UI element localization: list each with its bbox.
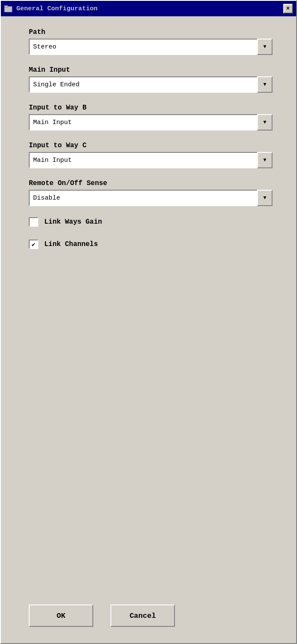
input-way-c-group: Input to Way C Main Input Aux Input	[29, 142, 273, 168]
input-way-c-label: Input to Way C	[29, 142, 273, 149]
path-select-wrapper: Stereo Mono	[29, 39, 273, 55]
link-channels-checkbox-wrapper[interactable]	[29, 240, 38, 249]
link-ways-gain-label: Link Ways Gain	[44, 218, 102, 226]
dialog-content: Path Stereo Mono Main Input Single Ended…	[1, 16, 296, 643]
ok-button[interactable]: OK	[29, 605, 93, 627]
remote-on-off-select-wrapper: Disable Enable	[29, 190, 273, 206]
link-channels-group: Link Channels	[29, 240, 273, 249]
button-row: OK Cancel	[29, 596, 273, 631]
remote-on-off-select[interactable]: Disable Enable	[29, 190, 273, 206]
main-input-select[interactable]: Single Ended Balanced	[29, 76, 273, 93]
input-way-b-select[interactable]: Main Input Aux Input	[29, 114, 273, 131]
input-way-b-label: Input to Way B	[29, 104, 273, 112]
folder-icon	[4, 4, 13, 13]
dialog-title: General Configuration	[16, 5, 283, 12]
input-way-b-select-wrapper: Main Input Aux Input	[29, 114, 273, 131]
remote-on-off-group: Remote On/Off Sense Disable Enable	[29, 179, 273, 206]
link-ways-gain-checkbox-wrapper[interactable]	[29, 217, 38, 227]
cancel-button[interactable]: Cancel	[110, 605, 175, 627]
input-way-c-select-wrapper: Main Input Aux Input	[29, 152, 273, 168]
link-channels-label: Link Channels	[44, 240, 98, 248]
path-label: Path	[29, 28, 273, 36]
dialog-window: General Configuration × Path Stereo Mono…	[0, 0, 297, 644]
link-ways-gain-group: Link Ways Gain	[29, 217, 273, 227]
main-input-label: Main Input	[29, 66, 273, 74]
main-input-group: Main Input Single Ended Balanced	[29, 66, 273, 93]
title-bar: General Configuration ×	[1, 1, 296, 16]
path-select[interactable]: Stereo Mono	[29, 39, 273, 55]
remote-on-off-label: Remote On/Off Sense	[29, 179, 273, 187]
close-button[interactable]: ×	[283, 4, 293, 13]
svg-rect-1	[4, 6, 8, 7]
main-input-select-wrapper: Single Ended Balanced	[29, 76, 273, 93]
input-way-b-group: Input to Way B Main Input Aux Input	[29, 104, 273, 131]
input-way-c-select[interactable]: Main Input Aux Input	[29, 152, 273, 168]
path-group: Path Stereo Mono	[29, 28, 273, 55]
